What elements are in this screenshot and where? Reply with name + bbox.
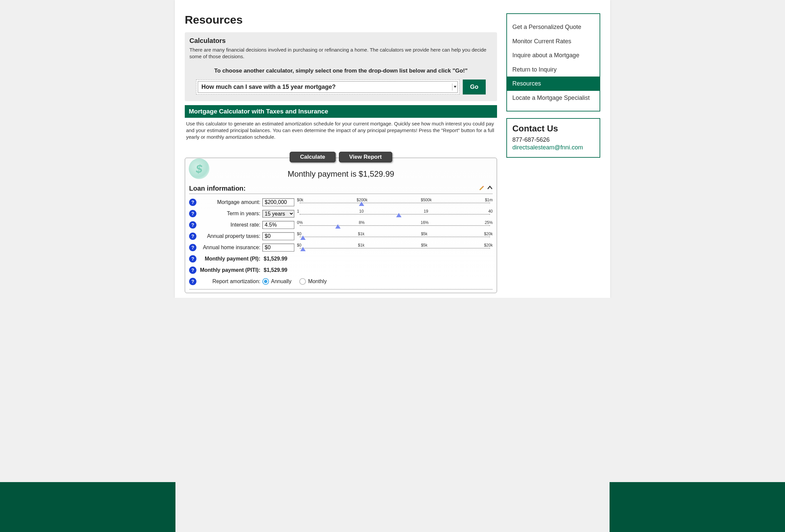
payment-piti-value: $1,529.99 [262, 267, 287, 273]
view-report-tab[interactable]: View Report [339, 152, 392, 162]
monthly-label: Monthly [308, 278, 327, 285]
term-years-slider[interactable]: 1 10 19 40 [297, 209, 493, 218]
slider-handle-icon[interactable] [300, 247, 306, 251]
help-icon[interactable]: ? [189, 266, 196, 274]
help-icon[interactable]: ? [189, 244, 196, 251]
home-insurance-input[interactable] [262, 243, 294, 251]
help-icon[interactable]: ? [189, 210, 196, 217]
sidebar-item-quote[interactable]: Get a Personalized Quote [507, 20, 600, 34]
slider-handle-icon[interactable] [335, 224, 340, 229]
help-icon[interactable]: ? [189, 233, 196, 240]
property-taxes-slider[interactable]: $0 $1k $5k $20k [297, 232, 493, 241]
calculator-select-value: How much can I save with a 15 year mortg… [201, 83, 335, 90]
help-icon[interactable]: ? [189, 255, 196, 263]
payment-pi-label: Monthly payment (PI): [199, 256, 262, 262]
go-button[interactable]: Go [463, 80, 486, 95]
property-taxes-input[interactable] [262, 232, 294, 240]
annually-radio[interactable] [262, 278, 269, 285]
help-icon[interactable]: ? [189, 278, 196, 285]
sidebar-item-specialist[interactable]: Locate a Mortgage Specialist [507, 91, 600, 105]
sidebar-item-return[interactable]: Return to Inquiry [507, 62, 600, 77]
slider-handle-icon[interactable] [359, 202, 364, 206]
interest-rate-label: Interest rate: [199, 222, 262, 228]
sidebar-item-resources[interactable]: Resources [507, 77, 600, 91]
payment-piti-label: Monthly payment (PITI): [199, 267, 262, 273]
term-years-label: Term in years: [199, 211, 262, 217]
term-years-select[interactable]: 15 years [262, 210, 294, 218]
home-insurance-label: Annual home insurance: [199, 244, 262, 250]
dropdown-arrow-icon [452, 83, 457, 90]
payment-pi-value: $1,529.99 [262, 256, 287, 262]
pencil-icon[interactable] [479, 185, 484, 192]
mortgage-amount-slider[interactable]: $0k $200k $500k $1m [297, 197, 493, 207]
collapse-caret-icon[interactable] [487, 185, 493, 192]
sidebar-item-rates[interactable]: Monitor Current Rates [507, 34, 600, 49]
page-title: Resources [185, 13, 497, 26]
sidebar-item-inquire[interactable]: Inquire about a Mortgage [507, 48, 600, 62]
calculators-intro-card: Calculators There are many financial dec… [185, 32, 497, 101]
report-amortization-label: Report amortization: [199, 278, 262, 285]
calculators-heading: Calculators [189, 37, 492, 45]
monthly-radio[interactable] [299, 278, 306, 285]
contact-phone: 877-687-5626 [512, 136, 594, 143]
calculate-tab[interactable]: Calculate [289, 152, 335, 162]
slider-handle-icon[interactable] [300, 236, 306, 240]
contact-us-box: Contact Us 877-687-5626 directsalesteam@… [506, 118, 600, 158]
calculators-description: There are many financial decisions invol… [189, 47, 492, 60]
contact-email-link[interactable]: directsalesteam@fnni.com [512, 144, 594, 151]
slider-handle-icon[interactable] [396, 213, 402, 217]
mortgage-amount-label: Mortgage amount: [199, 199, 262, 205]
annually-label: Annually [271, 278, 291, 285]
sidebar-nav: Get a Personalized Quote Monitor Current… [506, 13, 600, 111]
interest-rate-input[interactable] [262, 221, 294, 229]
home-insurance-slider[interactable]: $0 $1k $5k $20k [297, 243, 493, 252]
section-title: Mortgage Calculator with Taxes and Insur… [185, 105, 497, 118]
section-description: Use this calculator to generate an estim… [185, 118, 497, 143]
help-icon[interactable]: ? [189, 221, 196, 229]
interest-rate-slider[interactable]: 0% 8% 16% 25% [297, 220, 493, 230]
calculator-chooser-instruction: To choose another calculator, simply sel… [189, 68, 492, 74]
property-taxes-label: Annual property taxes: [199, 233, 262, 239]
contact-heading: Contact Us [512, 124, 594, 134]
calculator-select[interactable]: How much can I save with a 15 year mortg… [196, 80, 459, 95]
calculator-result: Monthly payment is $1,529.99 [189, 169, 493, 179]
loan-information-heading: Loan information: [189, 185, 246, 192]
help-icon[interactable]: ? [189, 198, 196, 206]
mortgage-amount-input[interactable] [262, 198, 294, 206]
